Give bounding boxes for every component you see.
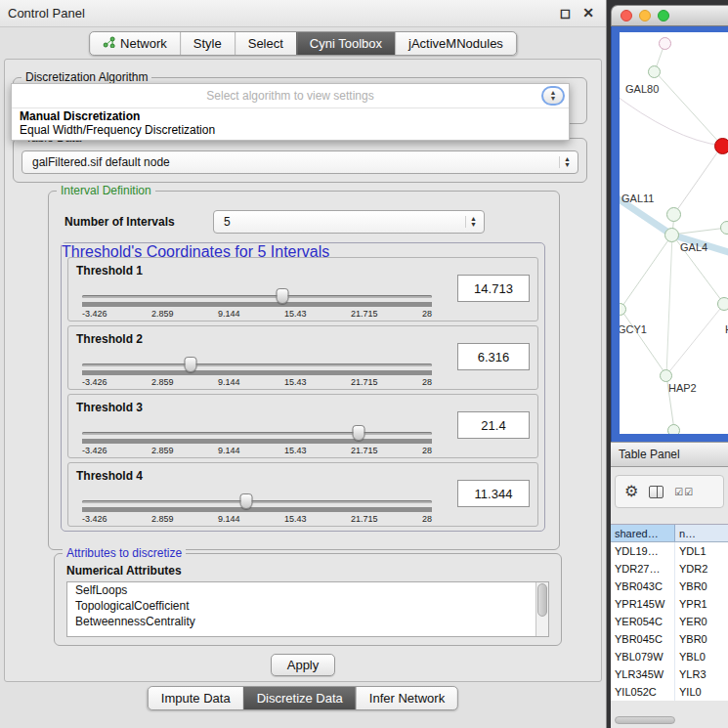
threshold-3-slider[interactable]: -3.4262.8599.14415.4321.71528 (82, 432, 432, 455)
option-equal-width-frequency[interactable]: Equal Width/Frequency Discretization (12, 123, 569, 137)
threshold-2-slider[interactable]: -3.4262.8599.14415.4321.71528 (82, 364, 432, 387)
network-node[interactable] (660, 369, 672, 382)
network-node[interactable] (664, 228, 679, 242)
combobox-stepper[interactable]: ▲ ▼ (541, 86, 565, 106)
table-data-combobox[interactable]: galFiltered.sif default node ▲ ▼ (21, 150, 578, 174)
table-row[interactable]: YDR27… YDR2 (611, 560, 728, 578)
interval-definition-group: Interval Definition Number of Intervals … (48, 191, 560, 550)
algorithm-dropdown: Select algorithm to view settings ▲ ▼ Ma… (11, 83, 570, 141)
cyni-toolbox-panel: Discretization Algorithm Select algorith… (4, 59, 602, 682)
float-icon[interactable]: ◻ (560, 5, 572, 21)
threshold-1-value-field[interactable]: 14.713 (457, 275, 530, 302)
table-row[interactable]: YIL052C YIL0 (611, 683, 728, 701)
table-row[interactable]: YLR345W YLR3 (611, 665, 728, 683)
top-tab-bar: Network Style Select Cyni Toolbox jActiv… (89, 31, 517, 56)
minimize-traffic-light[interactable] (639, 10, 651, 21)
threshold-1-slider[interactable]: -3.4262.8599.14415.4321.71528 (82, 295, 432, 319)
table-row[interactable]: YBL079W YBL0 (611, 648, 728, 665)
slider-track[interactable] (82, 500, 432, 503)
threshold-2-value-field[interactable]: 6.316 (457, 343, 530, 370)
slider-thumb[interactable] (352, 425, 364, 441)
slider-ticks (82, 302, 432, 307)
number-of-intervals-label: Number of Intervals (64, 215, 175, 229)
table-row[interactable]: YER054C YER0 (611, 613, 728, 630)
close-traffic-light[interactable] (621, 10, 632, 21)
network-node[interactable] (720, 221, 728, 235)
chevron-down-icon: ▼ (470, 222, 477, 228)
threshold-2-panel: Threshold 2 -3.4262.8599.14415.4321.7152… (67, 325, 538, 390)
checkboxes-icon[interactable]: ☑☑ (674, 487, 694, 497)
slider-thumb[interactable] (276, 288, 288, 304)
threshold-4-value-field[interactable]: 11.344 (457, 480, 530, 507)
number-of-intervals-combobox[interactable]: 5 ▲ ▼ (213, 210, 485, 234)
close-icon[interactable]: ✕ (582, 5, 594, 21)
network-node-selected[interactable] (714, 138, 728, 154)
tab-jactivemnodules[interactable]: jActiveMNodules (395, 32, 516, 55)
tab-label: Infer Network (369, 691, 445, 706)
bottom-tab-bar: Impute Data Discretize Data Infer Networ… (148, 686, 458, 710)
tab-impute-data[interactable]: Impute Data (149, 687, 243, 709)
tab-infer-network[interactable]: Infer Network (356, 687, 457, 709)
network-canvas[interactable]: GAL80 GAL11 GAL4 GCY1 H HAP2 (620, 32, 728, 434)
network-node[interactable] (667, 424, 680, 434)
tab-select[interactable]: Select (235, 32, 296, 55)
list-item[interactable]: TopologicalCoefficient (67, 598, 548, 614)
threshold-label: Threshold 4 (76, 469, 143, 483)
column-header-name[interactable]: n… (675, 525, 728, 541)
column-header-shared-name[interactable]: shared… (611, 525, 675, 541)
threshold-4-panel: Threshold 4 -3.4262.8599.14415.4321.7152… (67, 462, 538, 527)
network-window-titlebar[interactable] (611, 5, 728, 26)
threshold-4-slider[interactable]: -3.4262.8599.14415.4321.71528 (82, 500, 432, 524)
table-data-group: Table Data galFiltered.sif default node … (13, 138, 587, 183)
slider-scale: -3.4262.8599.14415.4321.71528 (82, 446, 432, 455)
threshold-3-value-field[interactable]: 21.4 (457, 411, 530, 439)
tab-label: Select (248, 36, 283, 51)
network-node[interactable] (717, 297, 728, 311)
combobox-value: galFiltered.sif default node (22, 155, 559, 169)
slider-thumb[interactable] (239, 493, 252, 509)
slider-track[interactable] (82, 432, 432, 435)
table-row[interactable]: YPR145W YPR1 (611, 595, 728, 613)
horizontal-scrollbar[interactable] (615, 716, 675, 724)
network-node[interactable] (666, 207, 681, 222)
tab-discretize-data[interactable]: Discretize Data (243, 687, 356, 709)
slider-ticks (82, 439, 432, 444)
combobox-stepper[interactable]: ▲ ▼ (465, 216, 481, 228)
attributes-list[interactable]: SelfLoops TopologicalCoefficient Between… (66, 581, 549, 637)
slider-scale: -3.4262.8599.14415.4321.71528 (82, 377, 432, 387)
slider-ticks (82, 507, 432, 512)
combobox-stepper[interactable]: ▲ ▼ (559, 156, 575, 168)
table-row[interactable]: YBR045C YBR0 (611, 630, 728, 648)
list-scrollbar[interactable] (535, 582, 548, 636)
table-row[interactable]: YDL19… YDL1 (611, 542, 728, 560)
threshold-1-panel: Threshold 1 -3.4262.8599.14415.4321.7152… (67, 257, 538, 321)
slider-ticks (82, 370, 432, 375)
threshold-label: Threshold 1 (76, 264, 143, 278)
chevron-down-icon: ▼ (564, 162, 571, 168)
group-label: Discretization Algorithm (21, 70, 151, 84)
tab-label: Cyni Toolbox (310, 36, 382, 51)
table-panel-title: Table Panel (619, 448, 680, 461)
tab-cyni-toolbox[interactable]: Cyni Toolbox (296, 32, 395, 55)
columns-icon[interactable] (649, 486, 664, 498)
table-row[interactable]: YBR043C YBR0 (611, 578, 728, 595)
slider-track[interactable] (82, 364, 432, 366)
slider-thumb[interactable] (184, 357, 196, 372)
slider-track[interactable] (82, 295, 432, 298)
network-node[interactable] (648, 65, 661, 78)
list-item[interactable]: SelfLoops (67, 582, 548, 598)
algorithm-combobox[interactable]: Select algorithm to view settings ▲ ▼ (12, 84, 569, 107)
scrollbar-thumb[interactable] (537, 583, 547, 617)
gear-icon[interactable]: ⚙ (624, 484, 638, 499)
group-label: Interval Definition (57, 184, 155, 197)
tab-style[interactable]: Style (180, 32, 235, 55)
network-node[interactable] (659, 37, 671, 50)
network-view-window: GAL80 GAL11 GAL4 GCY1 H HAP2 (611, 5, 728, 442)
tab-label: Style (193, 36, 222, 51)
threshold-coordinates-group: Threshold's Coordinates for 5 Intervals … (61, 242, 545, 532)
option-manual-discretization[interactable]: Manual Discretization (12, 109, 569, 123)
tab-network[interactable]: Network (90, 32, 180, 55)
list-item[interactable]: BetweennessCentrality (67, 614, 548, 629)
apply-button[interactable]: Apply (271, 654, 335, 676)
zoom-traffic-light[interactable] (658, 10, 669, 21)
